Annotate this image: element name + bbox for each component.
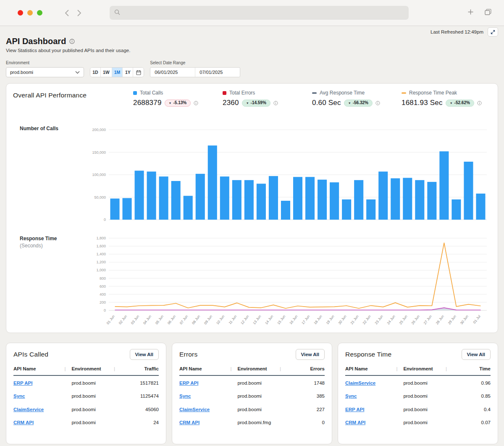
environment-cell: prod.boomi: [403, 420, 453, 425]
date-range-presets: 1D 1W 1M 1Y: [90, 67, 144, 77]
svg-text:1,000: 1,000: [96, 268, 106, 272]
close-window-button[interactable]: [18, 10, 23, 16]
svg-text:1,200: 1,200: [96, 260, 106, 264]
table-row: ERP APIprod.boomi1748: [179, 376, 325, 389]
response-axis-title: Response Time (Seconds): [13, 234, 84, 249]
svg-text:1,400: 1,400: [96, 252, 106, 256]
environment-label: Environment: [6, 60, 84, 65]
svg-text:13 Jun: 13 Jun: [252, 314, 262, 325]
value-cell: 385: [287, 394, 325, 399]
svg-text:10 Jun: 10 Jun: [215, 314, 226, 325]
svg-text:03 Jun: 03 Jun: [130, 314, 140, 325]
svg-text:24 Jun: 24 Jun: [386, 314, 396, 325]
table-row: CRM APIprod.boomi24: [13, 416, 159, 429]
range-1w-button[interactable]: 1W: [101, 68, 112, 77]
tab-overview-icon[interactable]: [484, 8, 492, 18]
kpi-value: 2360: [223, 99, 239, 107]
end-date-input[interactable]: [195, 68, 240, 77]
api-name-link[interactable]: ERP API: [179, 380, 237, 386]
info-icon[interactable]: [194, 101, 198, 105]
apis-called-card: APIs Called View All API NameEnvironment…: [6, 343, 166, 444]
calls-bar-chart: 050,000100,000150,000200,000: [84, 124, 491, 223]
range-1d-button[interactable]: 1D: [90, 68, 101, 77]
environment-cell: prod.boomi: [237, 394, 287, 399]
value-cell: 0.96: [453, 380, 491, 386]
value-cell: 0.85: [453, 394, 491, 399]
table-header: API NameEnvironmentTraffic: [13, 366, 159, 376]
api-name-link[interactable]: ClaimService: [179, 407, 237, 412]
kpi-delta-badge: ▼-5.13%: [165, 100, 191, 107]
api-name-link[interactable]: CRM API: [179, 420, 237, 425]
table-row: ClaimServiceprod.boomi0.96: [345, 376, 491, 389]
kpi-value: 1681.93 Sec: [402, 99, 443, 107]
info-icon[interactable]: [375, 101, 380, 105]
view-all-errors-button[interactable]: View All: [296, 349, 325, 360]
kpi-value: 2688379: [133, 99, 162, 107]
expand-dashboard-button[interactable]: [488, 27, 498, 37]
peak-response-marker: [402, 92, 406, 94]
svg-text:12 Jun: 12 Jun: [240, 314, 250, 325]
svg-text:16 Jun: 16 Jun: [289, 314, 299, 325]
table-row: ERP APIprod.boomi1517821: [13, 376, 159, 389]
start-date-input[interactable]: [150, 68, 195, 77]
view-all-response-button[interactable]: View All: [462, 349, 491, 360]
info-icon[interactable]: [273, 101, 278, 105]
svg-text:15 Jun: 15 Jun: [276, 314, 286, 325]
range-1y-button[interactable]: 1Y: [123, 68, 133, 77]
search-input[interactable]: [124, 9, 404, 16]
value-cell: 1125474: [121, 394, 159, 399]
api-name-link[interactable]: Sync: [13, 394, 71, 399]
api-name-link[interactable]: CRM API: [13, 420, 71, 425]
kpi-total-errors: Total Errors 2360 ▼-14.59%: [223, 90, 312, 107]
svg-text:20 Jun: 20 Jun: [337, 314, 347, 325]
minimize-window-button[interactable]: [27, 10, 33, 16]
svg-text:01 Jun: 01 Jun: [105, 314, 116, 325]
table-row: ERP APIprod.boomi0.4: [345, 402, 491, 416]
window-controls: [18, 10, 42, 16]
calendar-icon[interactable]: [133, 68, 144, 77]
svg-text:1,800: 1,800: [96, 236, 106, 240]
table-row: ClaimServiceprod.boomi227: [179, 402, 325, 416]
info-icon[interactable]: [477, 101, 482, 105]
view-all-apis-button[interactable]: View All: [130, 349, 159, 360]
value-cell: 227: [287, 407, 325, 412]
svg-text:100,000: 100,000: [92, 173, 106, 177]
svg-text:50,000: 50,000: [94, 195, 106, 199]
title-info-icon[interactable]: [69, 39, 75, 44]
api-name-link[interactable]: ClaimService: [345, 380, 403, 386]
address-bar[interactable]: [110, 6, 409, 20]
new-tab-button[interactable]: [467, 9, 474, 17]
table-row: CRM APIprod.boomi0.07: [345, 416, 491, 429]
range-1m-button[interactable]: 1M: [112, 68, 123, 77]
svg-text:21 Jun: 21 Jun: [349, 314, 360, 325]
svg-text:19 Jun: 19 Jun: [325, 314, 335, 325]
page-subtitle: View Statistics about your published API…: [6, 48, 498, 53]
environment-cell: prod.boomi: [71, 407, 121, 412]
api-name-link[interactable]: CRM API: [345, 420, 403, 425]
value-cell: 24: [121, 420, 159, 425]
api-name-link[interactable]: Sync: [179, 394, 237, 399]
api-name-link[interactable]: ERP API: [345, 407, 403, 412]
environment-select[interactable]: prod.boomi: [6, 67, 84, 77]
svg-text:06 Jun: 06 Jun: [167, 314, 177, 325]
environment-value: prod.boomi: [10, 70, 33, 75]
api-name-link[interactable]: ERP API: [13, 380, 71, 386]
card-title: APIs Called: [13, 351, 48, 358]
back-button[interactable]: [64, 9, 70, 17]
calls-axis-title: Number of Calls: [13, 124, 84, 131]
kpi-label: Response Time Peak: [409, 90, 457, 96]
api-name-link[interactable]: ClaimService: [13, 407, 71, 412]
response-time-card: Response Time View All API NameEnvironme…: [338, 343, 498, 444]
forward-button[interactable]: [76, 9, 82, 17]
svg-text:200: 200: [100, 300, 106, 304]
zoom-window-button[interactable]: [37, 10, 42, 16]
table-row: ClaimServiceprod.boomi45060: [13, 402, 159, 416]
svg-text:05 Jun: 05 Jun: [155, 314, 165, 325]
total-errors-marker: [223, 91, 226, 95]
environment-cell: prod.boomi: [237, 380, 287, 386]
environment-cell: prod.boomi: [403, 407, 453, 412]
api-name-link[interactable]: Sync: [345, 394, 403, 399]
kpi-label: Total Calls: [140, 90, 163, 96]
environment-cell: prod.boomi: [71, 420, 121, 425]
value-cell: 1748: [287, 380, 325, 386]
